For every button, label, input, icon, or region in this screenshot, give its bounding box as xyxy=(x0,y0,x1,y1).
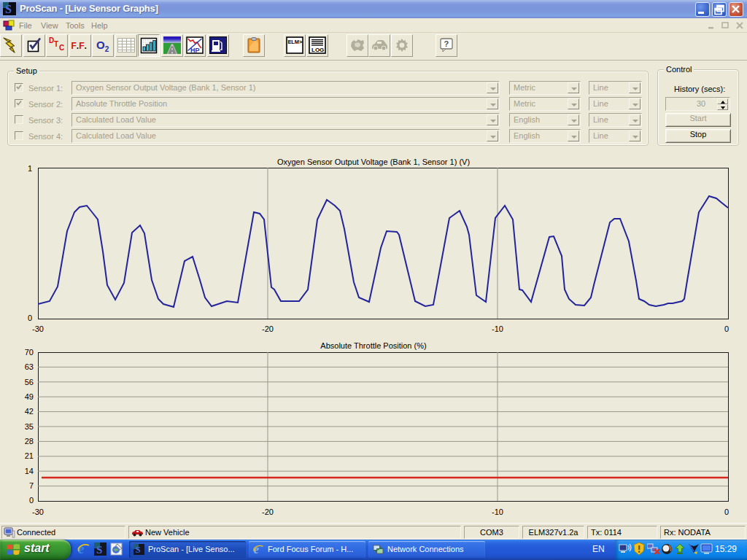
svg-text:S: S xyxy=(96,544,102,556)
svg-text:ELM>: ELM> xyxy=(287,39,303,45)
svg-text:LOG: LOG xyxy=(311,47,324,53)
svg-text:?: ? xyxy=(444,39,449,48)
svg-text:S: S xyxy=(5,3,12,15)
svg-text:e: e xyxy=(78,542,85,556)
svg-text:HP: HP xyxy=(190,47,200,54)
svg-text:S: S xyxy=(136,545,141,555)
